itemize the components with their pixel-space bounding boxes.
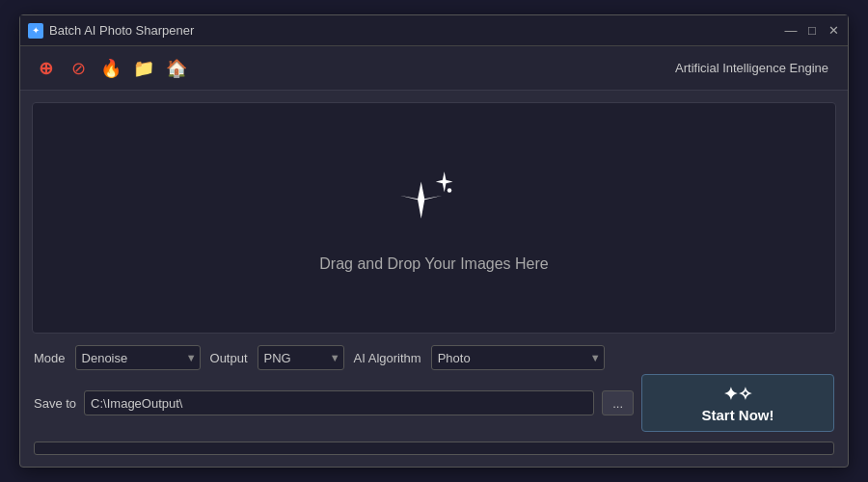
algorithm-select-wrapper: Photo Face Anime Generic ▼	[431, 345, 605, 370]
wand-icon: 🔥	[100, 58, 122, 79]
algorithm-select[interactable]: Photo Face Anime Generic	[431, 345, 605, 370]
mode-label: Mode	[34, 351, 66, 365]
controls-row: Mode Denoise Sharpen Enhance ▼ Output PN…	[20, 345, 848, 370]
home-icon: 🏠	[166, 58, 187, 79]
svg-point-2	[448, 188, 451, 192]
title-bar: ✦ Batch AI Photo Sharpener — □ ✕	[20, 15, 848, 46]
wand-button[interactable]: 🔥	[97, 55, 124, 82]
mode-select-wrapper: Denoise Sharpen Enhance ▼	[75, 345, 201, 370]
minimize-button[interactable]: —	[784, 24, 798, 38]
mode-select[interactable]: Denoise Sharpen Enhance	[75, 345, 201, 370]
add-button[interactable]: ⊕	[32, 55, 59, 82]
main-window: ✦ Batch AI Photo Sharpener — □ ✕ ⊕ ⊘ 🔥 📁…	[19, 14, 849, 468]
drop-zone-text: Drag and Drop Your Images Here	[319, 255, 548, 273]
toolbar: ⊕ ⊘ 🔥 📁 🏠 Artificial Intelligence Engine	[20, 46, 848, 91]
saveto-row: Save to ... ✦✧ Start Now!	[20, 374, 848, 442]
folder-icon: 📁	[133, 58, 154, 79]
drop-zone[interactable]: Drag and Drop Your Images Here	[32, 102, 836, 334]
remove-button[interactable]: ⊘	[65, 55, 92, 82]
start-label: Start Now!	[702, 407, 774, 423]
output-select-wrapper: PNG JPG TIFF BMP ▼	[258, 345, 344, 370]
close-button[interactable]: ✕	[827, 24, 840, 38]
saveto-label: Save to	[34, 396, 76, 411]
window-controls: — □ ✕	[784, 24, 840, 38]
start-button[interactable]: ✦✧ Start Now!	[641, 374, 834, 432]
folder-button[interactable]: 📁	[130, 55, 157, 82]
output-label: Output	[210, 351, 248, 365]
app-icon: ✦	[28, 23, 43, 39]
start-icon: ✦✧	[723, 384, 752, 405]
algorithm-label: AI Algorithm	[354, 351, 421, 365]
progress-row	[20, 442, 848, 467]
home-button[interactable]: 🏠	[163, 55, 190, 82]
svg-marker-0	[399, 182, 442, 219]
remove-icon: ⊘	[71, 58, 86, 79]
window-title: Batch AI Photo Sharpener	[49, 23, 784, 38]
sparkle-icon	[391, 163, 477, 240]
maximize-button[interactable]: □	[805, 24, 819, 38]
output-select[interactable]: PNG JPG TIFF BMP	[258, 345, 344, 370]
engine-label: Artificial Intelligence Engine	[675, 61, 828, 75]
add-icon: ⊕	[39, 58, 53, 79]
browse-button[interactable]: ...	[602, 390, 634, 415]
progress-bar-container	[34, 442, 834, 455]
saveto-input[interactable]	[84, 390, 594, 415]
